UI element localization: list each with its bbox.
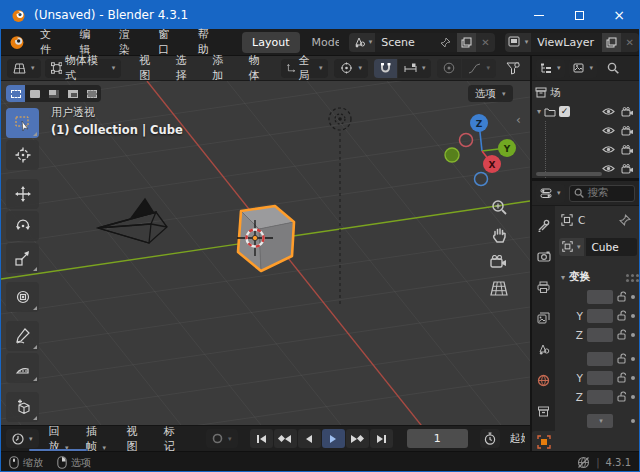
tool-annotate[interactable] bbox=[6, 321, 39, 351]
pin-icon[interactable] bbox=[440, 37, 451, 48]
unlock-icon[interactable] bbox=[617, 391, 627, 402]
prev-keyframe-button[interactable] bbox=[274, 429, 297, 448]
animate-dot[interactable] bbox=[631, 376, 635, 380]
animate-dot[interactable] bbox=[631, 314, 635, 318]
tool-select-box[interactable] bbox=[6, 108, 39, 138]
eye-icon[interactable] bbox=[602, 107, 615, 116]
outliner-display-mode-button[interactable]: ▾ bbox=[569, 59, 598, 78]
view-layer-remove-button[interactable]: ✕ bbox=[621, 33, 639, 52]
render-camera-icon[interactable] bbox=[621, 145, 634, 155]
grid-ortho-icon[interactable] bbox=[490, 281, 508, 296]
navigation-gizmo[interactable]: Z Y X bbox=[439, 109, 521, 195]
minimize-button[interactable] bbox=[519, 1, 559, 29]
proportional-falloff-selector[interactable]: ▾ bbox=[462, 59, 496, 78]
outliner-row-object[interactable] bbox=[532, 121, 639, 140]
rotation-z-field[interactable] bbox=[587, 390, 613, 404]
snap-target-selector[interactable]: ▾ bbox=[398, 59, 432, 78]
tool-rotate[interactable] bbox=[6, 211, 39, 241]
play-button[interactable] bbox=[322, 429, 345, 448]
3d-viewport[interactable]: 选项 ▾ 用户透视 (1) Collection | Cube bbox=[1, 81, 530, 425]
gizmo-negative-y[interactable] bbox=[445, 148, 459, 162]
select-mode-intersect[interactable] bbox=[82, 85, 101, 102]
gizmo-negative-z[interactable] bbox=[475, 173, 488, 186]
scene-new-button[interactable] bbox=[457, 33, 476, 52]
play-reverse-button[interactable] bbox=[298, 429, 321, 448]
tab-object[interactable] bbox=[532, 431, 555, 453]
point-light-object[interactable] bbox=[329, 108, 351, 307]
location-y-field[interactable] bbox=[587, 309, 613, 323]
tool-transform[interactable] bbox=[6, 282, 39, 312]
location-x-field[interactable] bbox=[587, 290, 613, 304]
select-mode-set[interactable] bbox=[6, 85, 25, 102]
tab-tool[interactable] bbox=[532, 214, 555, 236]
current-frame-field[interactable]: 1 bbox=[407, 429, 468, 448]
snap-toggle[interactable] bbox=[374, 59, 397, 78]
rotation-x-field[interactable] bbox=[587, 352, 613, 366]
timeline-editor-type-button[interactable]: ▾ bbox=[6, 429, 39, 448]
tool-cursor[interactable] bbox=[6, 140, 39, 170]
transform-panel-header[interactable]: ▾ 变换 bbox=[559, 267, 637, 287]
tab-world[interactable] bbox=[532, 369, 555, 391]
tool-add-cube[interactable] bbox=[6, 392, 39, 422]
scene-browse-button[interactable]: ▾ bbox=[349, 33, 376, 52]
view-layer-name-field[interactable]: ViewLayer bbox=[531, 33, 601, 52]
properties-search-input[interactable]: 搜索 bbox=[569, 185, 635, 202]
render-camera-icon[interactable] bbox=[621, 126, 634, 136]
maximize-button[interactable] bbox=[559, 1, 599, 29]
tab-output[interactable] bbox=[532, 276, 555, 298]
editor-type-button[interactable]: ▾ bbox=[7, 59, 41, 78]
select-mode-invert[interactable] bbox=[63, 85, 82, 102]
search-icon[interactable] bbox=[607, 62, 619, 74]
object-browse-button[interactable]: ▾ bbox=[559, 238, 584, 256]
expand-chevron-icon[interactable]: ▾ bbox=[537, 107, 541, 116]
mode-selector[interactable]: 物体模式 ▾ bbox=[45, 59, 122, 78]
viewport-options-button[interactable]: 选项 ▾ bbox=[468, 85, 513, 102]
unlock-icon[interactable] bbox=[617, 310, 627, 321]
rotation-mode-dropdown[interactable]: ▾ bbox=[587, 414, 613, 428]
zoom-tool-icon[interactable] bbox=[491, 199, 508, 216]
unlock-icon[interactable] bbox=[617, 291, 627, 302]
animate-dot[interactable] bbox=[631, 333, 635, 337]
jump-to-start-button[interactable] bbox=[250, 429, 273, 448]
pin-icon[interactable] bbox=[619, 214, 631, 226]
auto-keying-toggle[interactable]: ▾ bbox=[206, 429, 238, 448]
tool-move[interactable] bbox=[6, 179, 39, 209]
animate-dot[interactable] bbox=[631, 395, 635, 399]
select-mode-subtract[interactable] bbox=[44, 85, 63, 102]
proportional-editing-toggle[interactable] bbox=[437, 59, 461, 78]
workspace-tab-modeling[interactable]: Mode bbox=[302, 32, 339, 53]
jump-to-end-button[interactable] bbox=[370, 429, 393, 448]
eye-icon[interactable] bbox=[602, 145, 615, 154]
panel-grip-icon[interactable] bbox=[626, 274, 629, 277]
unlock-icon[interactable] bbox=[617, 372, 627, 383]
rotation-y-field[interactable] bbox=[587, 371, 613, 385]
close-button[interactable]: × bbox=[599, 1, 639, 29]
unlock-icon[interactable] bbox=[617, 329, 627, 340]
view-layer-browse-button[interactable]: ▾ bbox=[505, 33, 532, 52]
next-keyframe-button[interactable] bbox=[346, 429, 369, 448]
location-z-field[interactable] bbox=[587, 328, 613, 342]
view-layer-new-button[interactable] bbox=[602, 33, 621, 52]
tool-measure[interactable] bbox=[6, 353, 39, 383]
tab-view-layer[interactable] bbox=[532, 307, 555, 329]
start-frame-button[interactable]: 起始 bbox=[510, 431, 525, 446]
animate-dot[interactable] bbox=[631, 357, 635, 361]
pan-hand-icon[interactable] bbox=[491, 227, 508, 244]
camera-view-icon[interactable] bbox=[490, 255, 508, 270]
outliner-horizontal-scrollbar[interactable] bbox=[536, 172, 602, 176]
render-camera-icon[interactable] bbox=[621, 107, 634, 117]
tab-scene[interactable] bbox=[532, 338, 555, 360]
collection-checkbox[interactable]: ✓ bbox=[559, 106, 570, 117]
tab-collection[interactable] bbox=[532, 400, 555, 422]
render-camera-icon[interactable] bbox=[621, 164, 634, 174]
pivot-point-selector[interactable]: ▾ bbox=[334, 59, 368, 78]
sidebar-toggle-icon[interactable]: ‹ bbox=[516, 113, 521, 127]
filter-funnel-icon[interactable] bbox=[506, 62, 520, 75]
eye-icon[interactable] bbox=[602, 126, 615, 135]
outliner-row-scene-collection[interactable]: 场 bbox=[532, 83, 639, 102]
eye-icon[interactable] bbox=[602, 164, 615, 173]
animate-dot[interactable] bbox=[631, 419, 635, 423]
scene-name-field[interactable]: Scene bbox=[375, 33, 457, 52]
outliner-row-collection[interactable]: ▾ ✓ bbox=[532, 102, 639, 121]
gizmo-negative-x[interactable] bbox=[460, 134, 473, 147]
